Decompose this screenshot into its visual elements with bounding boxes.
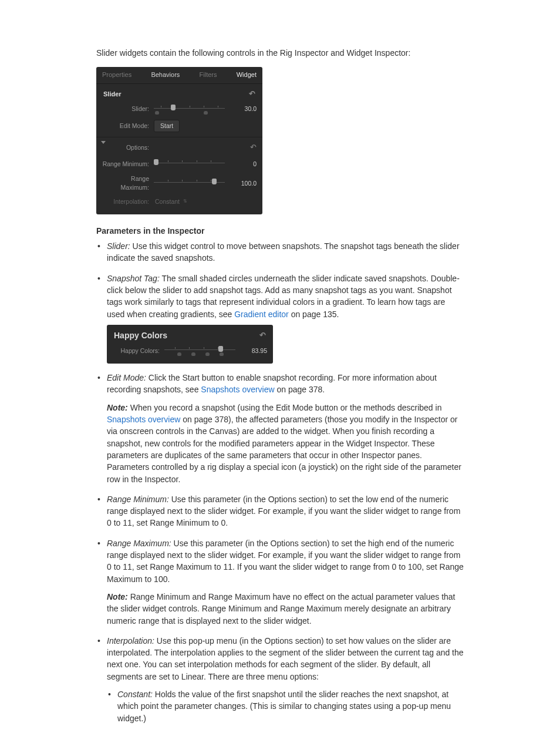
- happy-colors-value[interactable]: 83.95: [241, 347, 267, 355]
- options-label: Options:: [102, 143, 154, 152]
- editmode-label: Edit Mode:: [102, 122, 154, 130]
- rangemin-slider[interactable]: [154, 158, 225, 170]
- param-slider: Slider: Use this widget control to move …: [107, 240, 464, 264]
- reset-icon[interactable]: ↶: [250, 142, 257, 153]
- rangemax-row: Range Maximum: 100.0: [96, 172, 262, 194]
- param-range-maximum: Range Maximum: Use this parameter (in th…: [107, 537, 464, 627]
- tab-properties[interactable]: Properties: [102, 70, 131, 80]
- interpolation-row: Interpolation: Constant ⇅: [96, 195, 262, 209]
- text-constant: Holds the value of the first snapshot un…: [117, 690, 451, 723]
- interpolation-menu[interactable]: Constant: [154, 197, 180, 206]
- rangemin-row: Range Minimum: 0: [96, 156, 262, 172]
- link-snapshots-overview-1[interactable]: Snapshots overview: [201, 385, 274, 394]
- param-interpolation: Interpolation: Use this pop-up menu (in …: [107, 635, 464, 724]
- chevron-updown-icon: ⇅: [180, 198, 187, 205]
- slider-section-header: Slider ↶: [96, 84, 262, 101]
- reset-icon[interactable]: ↶: [249, 89, 255, 100]
- reset-icon[interactable]: ↶: [259, 330, 266, 341]
- note-rangemax-text: Range Minimum and Range Maximum have no …: [107, 592, 456, 626]
- term-interp: Interpolation:: [107, 636, 154, 645]
- slider-label: Slider:: [102, 105, 154, 113]
- note-text-1: When you record a snapshot (using the Ed…: [130, 403, 442, 412]
- term-slider: Slider:: [107, 241, 130, 251]
- happy-colors-title: Happy Colors: [114, 330, 167, 341]
- options-row: Options: ↶: [96, 137, 262, 156]
- param-range-minimum: Range Minimum: Use this parameter (in th…: [107, 493, 464, 529]
- text-snapshot-2: on page 135.: [289, 310, 339, 319]
- happy-colors-row: Happy Colors: 83.95: [107, 342, 273, 359]
- note-label: Note:: [107, 403, 130, 412]
- note-text-2: on page 378), the affected parameters (t…: [107, 415, 461, 483]
- editmode-row: Edit Mode: Start: [96, 117, 262, 135]
- rangemax-label: Range Maximum:: [102, 174, 154, 192]
- term-snapshot: Snapshot Tag:: [107, 274, 160, 283]
- note-rangemax: Note: Range Minimum and Range Maximum ha…: [107, 591, 464, 627]
- inspector-tabs: Properties Behaviors Filters Widget: [96, 67, 262, 84]
- link-snapshots-overview-2[interactable]: Snapshots overview: [107, 415, 180, 424]
- slider-section-label: Slider: [103, 90, 122, 99]
- parameters-heading: Parameters in the Inspector: [96, 225, 464, 237]
- slider-row: Slider: 30.0: [96, 101, 262, 117]
- term-editmode: Edit Mode:: [107, 373, 146, 382]
- note-editmode: Note: When you record a snapshot (using …: [107, 402, 464, 485]
- slider-control[interactable]: [154, 103, 225, 115]
- tab-filters[interactable]: Filters: [200, 70, 217, 80]
- subparam-constant: Constant: Holds the value of the first s…: [117, 688, 464, 724]
- note-label: Note:: [107, 592, 130, 601]
- slider-value[interactable]: 30.0: [231, 105, 257, 113]
- happy-colors-panel: Happy Colors ↶ Happy Colors:: [107, 325, 273, 364]
- rangemax-value[interactable]: 100.0: [231, 179, 257, 188]
- happy-colors-header: Happy Colors ↶: [107, 325, 273, 342]
- text-interp: Use this pop-up menu (in the Options sec…: [107, 636, 464, 681]
- param-snapshot-tag: Snapshot Tag: The small shaded circles u…: [107, 273, 464, 364]
- happy-colors-label: Happy Colors:: [113, 347, 164, 355]
- link-gradient-editor[interactable]: Gradient editor: [234, 310, 289, 319]
- intro-text: Slider widgets contain the following con…: [96, 47, 464, 59]
- disclosure-triangle-icon[interactable]: [101, 141, 106, 144]
- rangemin-label: Range Minimum:: [102, 160, 154, 169]
- tab-widget[interactable]: Widget: [237, 70, 257, 80]
- text-slider: Use this widget control to move between …: [107, 241, 460, 263]
- tab-behaviors[interactable]: Behaviors: [151, 70, 180, 80]
- term-rangemax: Range Maximum:: [107, 539, 171, 548]
- term-rangemin: Range Minimum:: [107, 495, 169, 504]
- rangemin-value[interactable]: 0: [231, 160, 257, 169]
- interpolation-label: Interpolation:: [102, 197, 154, 206]
- text-editmode-2: on page 378.: [275, 385, 325, 394]
- param-edit-mode: Edit Mode: Click the Start button to ena…: [107, 372, 464, 485]
- happy-colors-slider[interactable]: [164, 345, 235, 357]
- start-button[interactable]: Start: [154, 120, 180, 132]
- page-footer: Chapter 10 Rigs and widgets 377: [96, 732, 464, 743]
- rangemax-slider[interactable]: [154, 177, 225, 189]
- term-constant: Constant:: [117, 690, 153, 699]
- inspector-panel: Properties Behaviors Filters Widget Slid…: [96, 67, 262, 214]
